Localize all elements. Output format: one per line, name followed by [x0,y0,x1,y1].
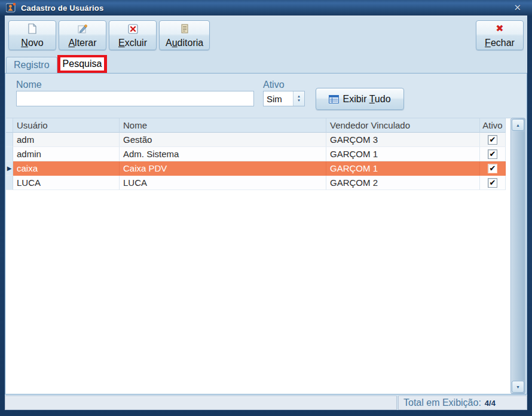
col-header-vendedor[interactable]: Vendedor Vinculado [326,118,480,133]
toolbar: Novo Alterar [5,16,527,55]
auditoria-button[interactable]: Auditoria [159,20,210,50]
novo-label: Novo [21,38,43,48]
users-grid: Usuário Nome Vendedor Vinculado Ativo ad… [6,118,511,394]
row-indicator-cell [6,147,13,161]
ativo-select[interactable]: Sim ▲ ▼ [263,91,305,106]
close-red-x-icon: ✖ [494,23,505,34]
fechar-button[interactable]: ✖ Fechar [476,20,524,50]
scroll-up-icon: ▲ [516,123,520,127]
window-title: Cadastro de Usuários [21,4,103,13]
table-list-icon [329,95,339,103]
cell-usuario: adm [13,133,120,147]
row-indicator-cell [6,133,13,147]
vertical-scrollbar[interactable]: ▲ ▼ [510,118,525,394]
tab-bar: Registro Pesquisa [5,55,527,73]
cell-ativo: ✔ [480,147,506,161]
scroll-down-icon: ▼ [516,385,520,389]
novo-button[interactable]: Novo [8,20,56,50]
scroll-up-button[interactable]: ▲ [512,119,524,131]
selected-row-pointer-icon: ▶ [7,165,12,172]
tab-pesquisa-label: Pesquisa [60,57,105,71]
grid-header-row: Usuário Nome Vendedor Vinculado Ativo [6,118,506,133]
nome-input[interactable] [16,91,254,106]
cell-ativo: ✔ [480,133,506,147]
fechar-label: Fechar [485,38,515,48]
status-total-panel: Total em Exibição: 4/4 [398,396,527,410]
pesquisa-panel: Nome Ativo Sim ▲ ▼ Exibir Tudo [5,73,527,394]
check-icon: ✔ [490,164,496,173]
exibir-tudo-button[interactable]: Exibir Tudo [316,88,404,110]
row-indicator-cell: ▶ [6,161,13,176]
status-left-panel [5,396,397,410]
app-window: Cadastro de Usuários ✕ Novo [0,0,532,416]
cell-nome: Adm. Sistema [120,147,326,161]
ativo-checkbox[interactable]: ✔ [488,149,497,159]
tab-registro-label: Registro [14,60,50,71]
ativo-spinner[interactable]: ▲ ▼ [293,91,304,106]
check-icon: ✔ [490,179,496,187]
cell-nome: LUCA [120,176,326,190]
col-header-ativo[interactable]: Ativo [480,118,506,133]
check-icon: ✔ [490,136,496,144]
table-row[interactable]: admin Adm. Sistema GARÇOM 1 ✔ [6,147,506,161]
edit-pencil-icon [77,23,88,34]
tab-registro[interactable]: Registro [6,57,57,73]
excluir-button[interactable]: Excluir [109,20,157,50]
spin-up-icon: ▲ [297,94,301,99]
table-row[interactable]: adm Gestão GARÇOM 3 ✔ [6,133,506,147]
col-header-usuario[interactable]: Usuário [13,118,120,133]
excluir-label: Excluir [118,38,147,48]
grid-gutter-header [6,118,13,133]
app-icon [6,3,16,13]
client-area: Novo Alterar [5,16,527,410]
cell-vendedor: GARÇOM 1 [326,147,480,161]
alterar-label: Alterar [68,38,96,48]
check-icon: ✔ [490,150,496,158]
cell-usuario: LUCA [13,176,120,190]
delete-x-icon [127,23,138,34]
alterar-button[interactable]: Alterar [59,20,106,50]
cell-nome: Caixa PDV [120,161,326,176]
cell-nome: Gestão [120,133,326,147]
scrollbar-thumb[interactable] [512,131,524,380]
nome-label: Nome [16,79,42,90]
auditoria-label: Auditoria [166,38,203,48]
close-icon[interactable]: ✕ [509,2,526,13]
col-header-nome[interactable]: Nome [120,118,326,133]
table-row-selected[interactable]: ▶ caixa Caixa PDV GARÇOM 1 ✔ [6,161,506,176]
cell-ativo: ✔ [480,161,506,176]
ativo-checkbox[interactable]: ✔ [488,164,497,173]
new-document-icon [27,23,38,34]
status-bar: Total em Exibição: 4/4 [5,396,527,410]
row-indicator-cell [6,176,13,190]
ativo-checkbox[interactable]: ✔ [488,135,497,145]
table-row[interactable]: LUCA LUCA GARÇOM 2 ✔ [6,176,506,190]
audit-log-icon [179,23,190,34]
spin-down-icon: ▼ [297,99,301,103]
cell-vendedor: GARÇOM 2 [326,176,480,190]
exibir-tudo-label: Exibir Tudo [343,94,390,105]
total-value: 4/4 [485,399,496,408]
cell-usuario: caixa [13,161,120,176]
cell-usuario: admin [13,147,120,161]
ativo-selected-value: Sim [264,94,293,104]
tab-pesquisa[interactable]: Pesquisa [57,55,108,73]
cell-vendedor: GARÇOM 3 [326,133,480,147]
cell-ativo: ✔ [480,176,506,190]
highlight-annotation: Pesquisa [57,55,108,73]
scroll-down-button[interactable]: ▼ [512,381,524,393]
ativo-checkbox[interactable]: ✔ [488,178,497,188]
ativo-label: Ativo [263,79,285,90]
cell-vendedor: GARÇOM 1 [326,161,480,176]
total-label: Total em Exibição: [403,397,481,408]
title-bar: Cadastro de Usuários ✕ [0,0,532,16]
